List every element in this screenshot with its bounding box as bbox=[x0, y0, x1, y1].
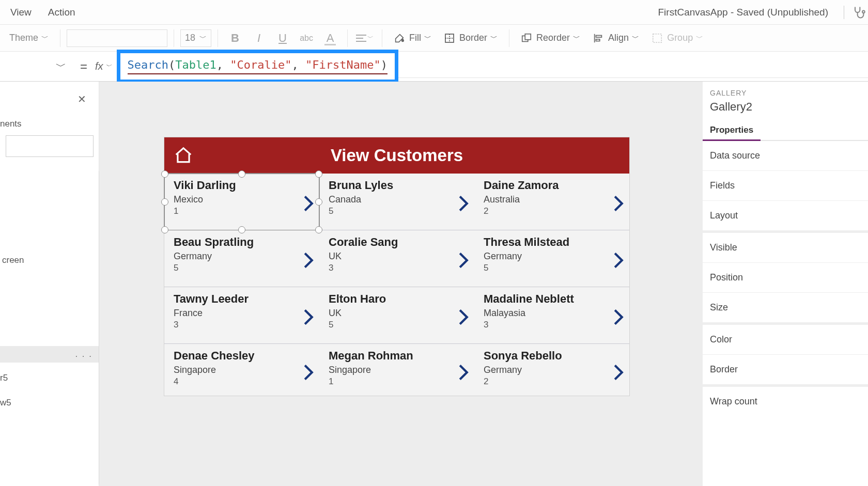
gallery-item[interactable]: Daine ZamoraAustralia2 bbox=[474, 174, 629, 230]
separator bbox=[347, 29, 348, 47]
gallery-item[interactable]: Megan RohmanSingapore1 bbox=[319, 344, 474, 396]
tree-search-input[interactable] bbox=[6, 135, 94, 157]
customer-name: Tawny Leeder bbox=[174, 292, 310, 306]
gallery-item[interactable]: Elton HaroUK5 bbox=[319, 287, 474, 343]
tree-node-child[interactable]: w5 bbox=[0, 390, 99, 415]
gallery-control[interactable]: Viki DarlingMexico1Bruna LylesCanada5Dai… bbox=[164, 174, 629, 396]
equals-sign: = bbox=[72, 59, 95, 74]
gallery-item[interactable]: Beau SpratlingGermany5 bbox=[164, 230, 319, 287]
prop-color[interactable]: Color bbox=[703, 325, 868, 355]
chevron-right-icon[interactable] bbox=[303, 252, 314, 269]
customer-number: 5 bbox=[174, 263, 310, 273]
reorder-dropdown[interactable]: Reorder ﹀ bbox=[516, 33, 585, 44]
prop-size[interactable]: Size bbox=[703, 293, 868, 323]
theme-dropdown[interactable]: Theme﹀ bbox=[4, 33, 54, 43]
align-dropdown[interactable]: Align ﹀ bbox=[587, 33, 644, 44]
gallery-item[interactable]: Madaline NeblettMalayasia3 bbox=[474, 287, 629, 343]
menu-view[interactable]: View bbox=[2, 7, 40, 18]
group-label: Group bbox=[667, 33, 693, 43]
chevron-down-icon: ﹀ bbox=[367, 34, 374, 42]
chevron-right-icon[interactable] bbox=[458, 364, 469, 381]
group-dropdown[interactable]: Group ﹀ bbox=[646, 33, 708, 44]
prop-border[interactable]: Border bbox=[703, 355, 868, 385]
chevron-right-icon[interactable] bbox=[613, 308, 624, 326]
customer-name: Madaline Neblett bbox=[484, 292, 620, 306]
strikethrough-button[interactable]: abc bbox=[296, 28, 317, 49]
gallery-item[interactable]: Denae ChesleySingapore4 bbox=[164, 344, 319, 396]
prop-layout[interactable]: Layout bbox=[703, 201, 868, 231]
gallery-item[interactable]: Bruna LylesCanada5 bbox=[319, 174, 474, 230]
fill-dropdown[interactable]: Fill ﹀ bbox=[389, 33, 437, 44]
gallery-item[interactable]: Coralie SangUK3 bbox=[319, 230, 474, 287]
underline-button[interactable]: U bbox=[272, 28, 293, 49]
italic-button[interactable]: I bbox=[248, 28, 270, 49]
chevron-right-icon[interactable] bbox=[613, 195, 624, 212]
separator bbox=[382, 29, 382, 47]
chevron-right-icon[interactable] bbox=[303, 308, 314, 326]
formula-input-remainder[interactable] bbox=[398, 55, 868, 78]
tab-properties[interactable]: Properties bbox=[703, 121, 761, 141]
format-toolbar: Theme﹀ 18 ﹀ B I U abc A ﹀ Fill ﹀ Border … bbox=[0, 25, 868, 52]
formula-input-highlighted[interactable]: Search(Table1, "Coralie", "FirstName") bbox=[117, 50, 398, 83]
chevron-right-icon[interactable] bbox=[458, 308, 469, 326]
gallery-item[interactable]: Viki DarlingMexico1 bbox=[164, 174, 319, 230]
customer-country: Singapore bbox=[174, 365, 310, 375]
app-header: View Customers bbox=[164, 137, 629, 174]
font-family-dropdown[interactable] bbox=[67, 29, 167, 47]
chevron-right-icon[interactable] bbox=[303, 195, 314, 212]
close-icon[interactable]: ✕ bbox=[78, 93, 86, 105]
prop-visible[interactable]: Visible bbox=[703, 233, 868, 263]
chevron-right-icon[interactable] bbox=[458, 252, 469, 269]
svg-rect-8 bbox=[525, 34, 531, 39]
tree-node-selected[interactable]: . . . bbox=[0, 346, 99, 363]
bold-button[interactable]: B bbox=[224, 28, 246, 49]
customer-country: Australia bbox=[484, 194, 620, 205]
reorder-icon bbox=[521, 33, 532, 44]
chevron-right-icon[interactable] bbox=[458, 195, 469, 212]
property-selector[interactable]: ﹀ bbox=[0, 55, 72, 78]
align-icon bbox=[593, 33, 604, 44]
paint-bucket-icon bbox=[394, 33, 405, 44]
menu-action[interactable]: Action bbox=[40, 7, 84, 18]
gallery-row: Tawny LeederFrance3Elton HaroUK5Madaline… bbox=[164, 287, 629, 344]
text-align-button[interactable]: ﹀ bbox=[354, 28, 376, 49]
reorder-label: Reorder bbox=[536, 33, 570, 43]
font-color-button[interactable]: A bbox=[319, 28, 341, 49]
font-size-dropdown[interactable]: 18 ﹀ bbox=[180, 29, 211, 47]
customer-number: 3 bbox=[329, 263, 465, 273]
chevron-down-icon: ﹀ bbox=[573, 34, 580, 43]
chevron-down-icon: ﹀ bbox=[696, 34, 703, 43]
separator bbox=[509, 29, 509, 47]
top-menu-bar: View Action FirstCanvasApp - Saved (Unpu… bbox=[0, 0, 868, 25]
more-icon[interactable]: . . . bbox=[75, 349, 92, 359]
gallery-item[interactable]: Tawny LeederFrance3 bbox=[164, 287, 319, 343]
prop-fields[interactable]: Fields bbox=[703, 171, 868, 201]
border-icon bbox=[444, 33, 455, 44]
customer-country: Germany bbox=[484, 251, 620, 262]
customer-country: Malayasia bbox=[484, 308, 620, 319]
chevron-down-icon: ﹀ bbox=[105, 62, 112, 71]
tree-tab-fragment: nents bbox=[0, 82, 99, 135]
tree-node-child[interactable]: r5 bbox=[0, 366, 99, 390]
stethoscope-icon[interactable] bbox=[851, 5, 866, 20]
fill-label: Fill bbox=[409, 33, 421, 43]
customer-name: Daine Zamora bbox=[484, 179, 620, 192]
chevron-right-icon[interactable] bbox=[303, 364, 314, 381]
customer-name: Beau Spratling bbox=[174, 236, 310, 249]
workspace: ✕ nents creen . . . r5 w5 View Customers bbox=[0, 82, 868, 486]
home-icon[interactable] bbox=[174, 146, 193, 165]
customer-number: 1 bbox=[174, 206, 310, 216]
gallery-item[interactable]: Thresa MilsteadGermany5 bbox=[474, 230, 629, 287]
chevron-right-icon[interactable] bbox=[613, 252, 624, 269]
prop-wrap-count[interactable]: Wrap count bbox=[703, 387, 868, 416]
prop-position[interactable]: Position bbox=[703, 263, 868, 293]
fx-button[interactable]: fx ﹀ bbox=[95, 60, 117, 72]
tree-node-screen[interactable]: creen bbox=[0, 252, 99, 269]
prop-data-source[interactable]: Data source bbox=[703, 141, 868, 171]
chevron-right-icon[interactable] bbox=[613, 364, 624, 381]
gallery-item[interactable]: Sonya RebelloGermany2 bbox=[474, 344, 629, 396]
chevron-down-icon: ﹀ bbox=[41, 34, 49, 43]
customer-number: 3 bbox=[174, 320, 310, 330]
selection-category: GALLERY bbox=[703, 89, 868, 97]
border-dropdown[interactable]: Border ﹀ bbox=[439, 33, 503, 44]
